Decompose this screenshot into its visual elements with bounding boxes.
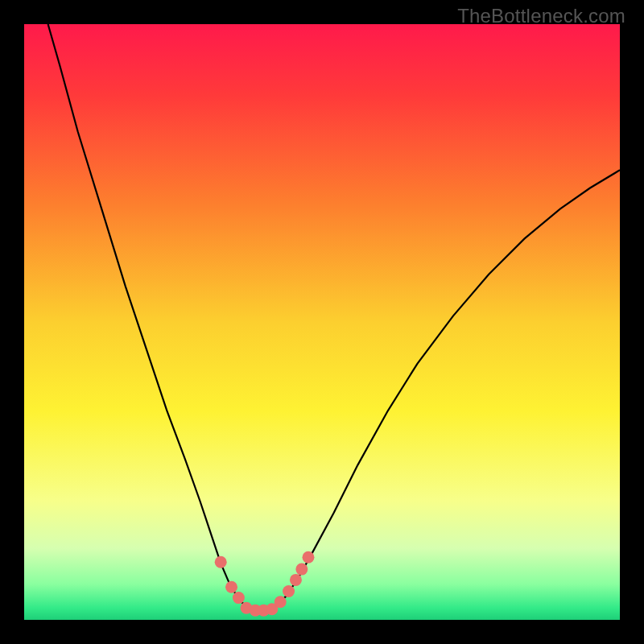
data-marker — [225, 581, 237, 593]
data-marker — [233, 592, 245, 604]
chart-plot-area — [24, 24, 620, 620]
data-marker — [275, 596, 287, 608]
data-marker — [283, 585, 295, 597]
chart-background — [24, 24, 620, 620]
data-marker — [302, 551, 314, 564]
bottleneck-chart — [24, 24, 620, 620]
data-marker — [290, 574, 302, 586]
data-marker — [295, 564, 308, 576]
data-marker — [215, 556, 227, 568]
